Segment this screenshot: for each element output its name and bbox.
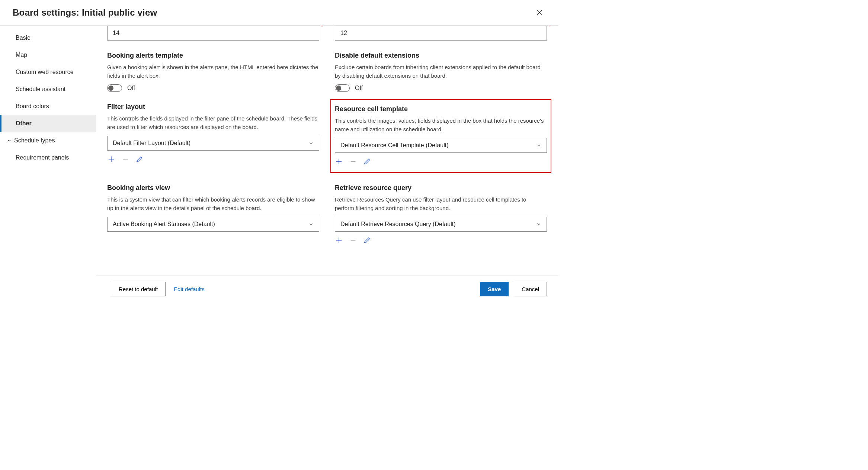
select-booking-alerts-view[interactable]: Active Booking Alert Statuses (Default) [107, 217, 319, 232]
sidebar-item-label: Schedule assistant [16, 86, 65, 92]
add-button[interactable] [107, 155, 115, 163]
settings-panel: Booking alerts template Given a booking … [96, 26, 558, 275]
sidebar-item-map[interactable]: Map [0, 46, 96, 64]
action-row [107, 155, 319, 163]
sidebar-group-schedule-types[interactable]: Schedule types [0, 132, 96, 149]
block-desc: This controls the images, values, fields… [335, 117, 547, 133]
edit-button[interactable] [363, 157, 371, 165]
dialog-body: Basic Map Custom web resource Schedule a… [0, 26, 558, 275]
edit-button[interactable] [135, 155, 144, 163]
block-filter-layout: Filter layout This controls the fields d… [107, 103, 319, 173]
sidebar-item-label: Board colors [16, 103, 49, 109]
chevron-down-icon [536, 143, 541, 148]
sidebar-item-label: Basic [16, 35, 30, 41]
sidebar-item-other[interactable]: Other [0, 115, 96, 132]
block-title: Booking alerts template [107, 52, 319, 59]
select-value: Default Filter Layout (Default) [113, 140, 190, 147]
sidebar-item-custom-web-resource[interactable]: Custom web resource [0, 64, 96, 81]
toggle-booking-alerts-template[interactable] [107, 84, 122, 92]
dialog-title: Board settings: Initial public view [13, 7, 157, 18]
select-value: Default Resource Cell Template (Default) [340, 142, 449, 149]
chevron-down-icon [308, 222, 314, 227]
button-label: Cancel [522, 286, 539, 292]
button-label: Save [488, 286, 501, 292]
add-button[interactable] [335, 236, 343, 244]
remove-button[interactable] [349, 236, 357, 244]
edit-button[interactable] [363, 236, 371, 244]
sidebar-item-label: Map [16, 52, 27, 58]
block-title: Booking alerts view [107, 184, 319, 192]
chevron-down-icon [308, 141, 314, 146]
cancel-button[interactable]: Cancel [514, 282, 547, 296]
select-retrieve-resource-query[interactable]: Default Retrieve Resources Query (Defaul… [335, 217, 547, 232]
save-button[interactable]: Save [480, 282, 509, 296]
number-input-left[interactable] [107, 26, 319, 41]
block-resource-cell-template: Resource cell template This controls the… [335, 105, 547, 165]
toggle-label: Off [355, 85, 363, 91]
block-desc: This is a system view that can filter wh… [107, 196, 319, 212]
select-filter-layout[interactable]: Default Filter Layout (Default) [107, 136, 319, 151]
add-button[interactable] [335, 157, 343, 165]
button-label: Reset to default [119, 286, 158, 292]
block-title: Disable default extensions [335, 52, 547, 59]
block-title: Filter layout [107, 103, 319, 111]
sidebar-item-requirement-panels[interactable]: Requirement panels [0, 149, 96, 166]
link-label: Edit defaults [174, 286, 205, 292]
field-number-left [107, 26, 319, 41]
block-booking-alerts-view: Booking alerts view This is a system vie… [107, 184, 319, 244]
select-value: Active Booking Alert Statuses (Default) [113, 221, 215, 228]
toggle-disable-default-extensions[interactable] [335, 84, 350, 92]
block-booking-alerts-template: Booking alerts template Given a booking … [107, 52, 319, 92]
block-desc: Exclude certain boards from inheriting c… [335, 63, 547, 80]
highlight-resource-cell: Resource cell template This controls the… [330, 99, 551, 173]
dialog-header: Board settings: Initial public view [0, 0, 558, 26]
chevron-down-icon [7, 138, 12, 143]
block-desc: Given a booking alert is shown in the al… [107, 63, 319, 80]
block-desc: Retrieve Resources Query can use filter … [335, 196, 547, 212]
remove-button[interactable] [349, 157, 357, 165]
block-desc: This controls the fields displayed in th… [107, 115, 319, 131]
action-row [335, 236, 547, 244]
field-number-right [335, 26, 547, 41]
block-title: Resource cell template [335, 105, 547, 113]
sidebar-item-schedule-assistant[interactable]: Schedule assistant [0, 81, 96, 98]
action-row [335, 157, 547, 165]
remove-button[interactable] [121, 155, 129, 163]
sidebar-item-label: Other [16, 120, 32, 126]
dialog-footer: Reset to default Edit defaults Save Canc… [96, 276, 558, 302]
block-title: Retrieve resource query [335, 184, 547, 192]
toggle-label: Off [127, 85, 135, 91]
sidebar: Basic Map Custom web resource Schedule a… [0, 26, 96, 275]
sidebar-item-label: Requirement panels [16, 154, 69, 161]
reset-to-default-button[interactable]: Reset to default [111, 282, 166, 296]
close-button[interactable] [534, 7, 545, 19]
sidebar-item-label: Custom web resource [16, 69, 74, 75]
sidebar-item-board-colors[interactable]: Board colors [0, 98, 96, 115]
select-resource-cell-template[interactable]: Default Resource Cell Template (Default) [335, 138, 547, 153]
edit-defaults-link[interactable]: Edit defaults [174, 286, 205, 292]
sidebar-item-basic[interactable]: Basic [0, 29, 96, 46]
number-input-right[interactable] [335, 26, 547, 41]
chevron-down-icon [536, 222, 541, 227]
close-icon [536, 9, 543, 16]
sidebar-group-label: Schedule types [14, 137, 55, 144]
block-retrieve-resource-query: Retrieve resource query Retrieve Resourc… [335, 184, 547, 244]
block-disable-default-extensions: Disable default extensions Exclude certa… [335, 52, 547, 92]
select-value: Default Retrieve Resources Query (Defaul… [340, 221, 455, 228]
